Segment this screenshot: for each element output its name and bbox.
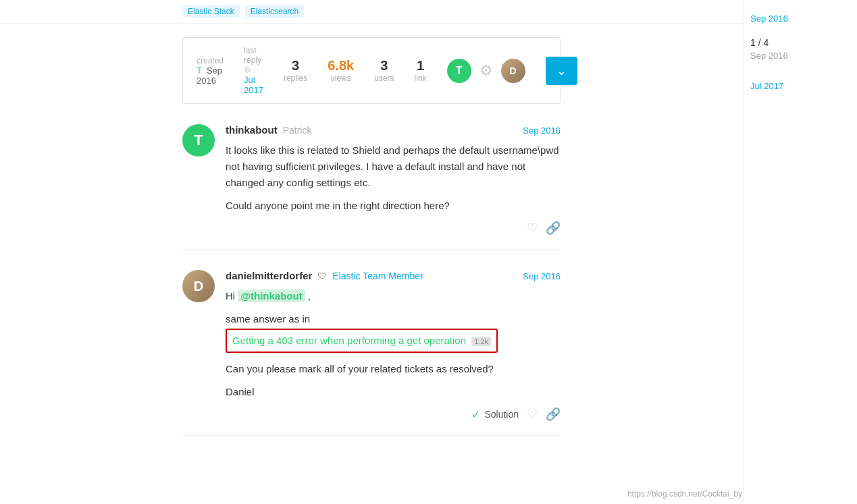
post2-body: danielmitterdorfer 🛡 Elastic Team Member… (226, 270, 561, 422)
views-stat: 6.8k views (328, 58, 354, 83)
post1-actions: ♡ 🔗 (226, 221, 561, 235)
link-403-error[interactable]: Getting a 403 error when performing a ge… (232, 335, 491, 346)
moderator-badge: 🛡 (317, 271, 327, 281)
post2-username[interactable]: danielmitterdorfer (226, 270, 312, 281)
users-stat: 3 users (374, 58, 394, 83)
link-text: Getting a 403 error when performing a ge… (232, 335, 466, 346)
replies-count: 3 (292, 58, 299, 74)
right-sidebar: Sep 2016 1 / 4 Sep 2016 Jul 2017 (743, 0, 851, 504)
sidebar-date-bottom[interactable]: Jul 2017 (750, 81, 844, 91)
created-date: T Sep 2016 (197, 65, 224, 86)
post1-avatar: T (182, 124, 215, 235)
tags-bar: Elastic Stack Elasticsearch (0, 0, 743, 24)
link-label: link (415, 74, 427, 83)
sidebar-pagination: 1 / 4 (750, 37, 844, 48)
created-avatar-t: T (197, 65, 202, 76)
last-reply-value: ⚙ Jul 2017 (244, 65, 263, 95)
link-icon-2[interactable]: 🔗 (546, 407, 561, 422)
like-icon[interactable]: ♡ (527, 221, 538, 235)
last-reply-label: last reply (244, 46, 263, 65)
post-stats-bar: created T Sep 2016 last reply ⚙ Jul 2017… (182, 37, 561, 104)
sidebar-date-top[interactable]: Sep 2016 (750, 13, 844, 24)
last-reply-stat: last reply ⚙ Jul 2017 (244, 46, 263, 95)
post1-realname: Patrick (283, 125, 312, 136)
link-stat: 1 link (415, 58, 427, 83)
bottom-link: https://blog.csdn.net/Cocktai_by (627, 489, 742, 499)
avatar-t: T (447, 59, 471, 83)
avatar-t-large: T (182, 124, 215, 157)
post1-username[interactable]: thinkabout (226, 124, 278, 136)
tag-elastic-stack[interactable]: Elastic Stack (182, 5, 240, 18)
elastic-team-label: Elastic Team Member (332, 271, 423, 281)
post1-body: thinkabout Patrick Sep 2016 It looks lik… (226, 124, 561, 235)
expand-button[interactable]: ⌄ (546, 57, 577, 85)
link-box: Getting a 403 error when performing a ge… (226, 329, 498, 353)
created-stat: created T Sep 2016 (197, 56, 224, 86)
last-reply-date: Jul 2017 (244, 75, 263, 95)
post-1: T thinkabout Patrick Sep 2016 It looks l… (182, 111, 561, 250)
replies-label: replies (284, 74, 307, 83)
solution-checkmark: ✓ (471, 408, 480, 421)
post2-mention[interactable]: @thinkabout (238, 289, 305, 302)
post2-comma: , (308, 290, 311, 302)
post2-avatar: D (182, 270, 215, 422)
post1-header: thinkabout Patrick Sep 2016 (226, 124, 561, 136)
replies-stat: 3 replies (284, 58, 307, 83)
post2-date: Sep 2016 (523, 271, 561, 281)
post1-date: Sep 2016 (523, 125, 561, 136)
gear-avatar-icon: ⚙ (474, 59, 498, 83)
post-2: D danielmitterdorfer 🛡 Elastic Team Memb… (182, 256, 561, 436)
avatars-row: T ⚙ D (447, 59, 525, 83)
like-icon-2[interactable]: ♡ (527, 407, 538, 422)
post2-same-answer: same answer as in Getting a 403 error wh… (226, 311, 561, 354)
solution-label: Solution (484, 409, 519, 420)
post1-text1: It looks like this is related to Shield … (226, 142, 561, 191)
views-label: views (331, 74, 351, 83)
link-count: 1 (417, 58, 424, 74)
link-views-badge: 1.2k (471, 337, 491, 346)
post2-sign: Daniel (226, 384, 561, 400)
post2-hi: Hi (226, 290, 235, 302)
link-icon[interactable]: 🔗 (546, 221, 561, 235)
gear-icon: ⚙ (244, 65, 251, 75)
post2-actions: ✓ Solution ♡ 🔗 (226, 407, 561, 422)
post2-mark-text: Can you please mark all of your related … (226, 361, 561, 377)
sidebar-page-date: Sep 2016 (750, 51, 844, 61)
post1-text2: Could anyone point me in the right direc… (226, 198, 561, 214)
solution-button[interactable]: ✓ Solution (471, 407, 519, 422)
views-count: 6.8k (328, 58, 354, 74)
created-label: created (197, 56, 224, 65)
post2-header: danielmitterdorfer 🛡 Elastic Team Member… (226, 270, 561, 281)
users-count: 3 (380, 58, 388, 74)
tag-elasticsearch[interactable]: Elasticsearch (245, 5, 304, 18)
avatar-daniel-small: D (501, 59, 525, 83)
post2-same-text: same answer as in (226, 313, 310, 325)
post2-greeting: Hi @thinkabout , (226, 288, 561, 304)
users-label: users (374, 74, 394, 83)
avatar-daniel-large: D (182, 270, 215, 302)
